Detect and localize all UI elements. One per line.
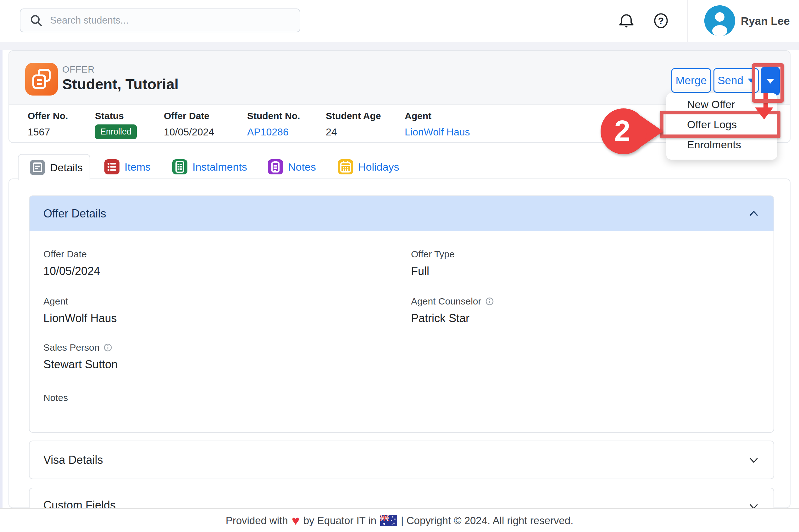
- menu-item-enrolments[interactable]: Enrolments: [687, 137, 741, 152]
- page-title: Student, Tutorial: [62, 75, 179, 93]
- tab-items[interactable]: Items: [105, 154, 151, 180]
- merge-button[interactable]: Merge: [671, 68, 711, 93]
- australia-flag-icon: [380, 515, 397, 526]
- offer-details-title: Offer Details: [43, 207, 106, 220]
- details-content-card: Offer Details Offer Date 10/05/2024 Offe…: [8, 178, 791, 508]
- items-tab-icon: [105, 159, 119, 174]
- heart-icon: ♥: [292, 514, 300, 527]
- tab-holidays[interactable]: Holidays: [338, 154, 399, 180]
- svg-text:?: ?: [658, 15, 664, 26]
- annotation-arrow-head: [755, 108, 773, 119]
- info-offer-date: Offer Date 10/05/2024: [164, 111, 214, 138]
- offer-kicker: OFFER: [62, 64, 95, 75]
- merge-button-label: Merge: [675, 74, 707, 87]
- topbar: ? Ryan Lee: [0, 0, 799, 42]
- notes-tab-icon: [268, 159, 283, 174]
- offer-details-panel: Offer Details Offer Date 10/05/2024 Offe…: [29, 195, 774, 433]
- field-sales-person: Sales Person Stewart Sutton: [43, 342, 117, 371]
- status-badge: Enrolled: [95, 125, 137, 139]
- chevron-down-icon[interactable]: [748, 454, 760, 466]
- search-input[interactable]: [49, 15, 290, 26]
- notes-tab-label: Notes: [288, 161, 316, 173]
- offer-icon: [25, 63, 58, 96]
- instalments-tab-icon: [172, 159, 187, 174]
- info-icon[interactable]: [104, 343, 112, 352]
- field-agent: Agent LionWolf Haus: [43, 296, 117, 325]
- footer: Provided with ♥ by Equator IT in | Copyr…: [0, 508, 799, 532]
- agent-link[interactable]: LionWolf Haus: [405, 126, 470, 138]
- chevron-up-icon[interactable]: [748, 208, 760, 220]
- info-offer-no: Offer No. 1567: [28, 111, 68, 138]
- tab-notes[interactable]: Notes: [268, 154, 316, 180]
- footer-text-1: Provided with: [226, 515, 288, 527]
- search-icon: [29, 14, 43, 27]
- details-tab-icon: [30, 160, 45, 175]
- items-tab-label: Items: [125, 161, 151, 173]
- field-offer-date: Offer Date 10/05/2024: [43, 249, 100, 278]
- field-agent-counselor: Agent Counselor Patrick Star: [411, 296, 494, 325]
- visa-details-panel[interactable]: Visa Details: [29, 440, 774, 479]
- annotation-highlight-more-button: [752, 63, 784, 103]
- menu-item-new-offer[interactable]: New Offer: [687, 97, 735, 112]
- student-no-link[interactable]: AP10286: [247, 126, 300, 138]
- visa-details-title: Visa Details: [43, 453, 103, 467]
- topbar-divider: [687, 0, 688, 42]
- topbar-gap-band: [0, 42, 799, 50]
- offer-details-header[interactable]: Offer Details: [30, 196, 774, 231]
- notifications-bell-icon[interactable]: [617, 11, 636, 30]
- avatar[interactable]: [704, 5, 735, 36]
- info-student-age: Student Age 24: [326, 111, 381, 138]
- field-offer-type: Offer Type Full: [411, 249, 455, 278]
- annotation-step-balloon: 2: [599, 106, 667, 156]
- info-agent: Agent LionWolf Haus: [405, 111, 470, 138]
- info-icon[interactable]: [485, 297, 494, 305]
- send-button-label: Send: [718, 74, 743, 87]
- holidays-tab-icon: [338, 159, 353, 174]
- annotation-step-number: 2: [614, 115, 630, 147]
- search-box[interactable]: [20, 8, 300, 32]
- tab-details[interactable]: Details: [18, 154, 90, 180]
- details-tab-label: Details: [50, 162, 83, 174]
- user-name[interactable]: Ryan Lee: [741, 0, 790, 42]
- agent-detail-link[interactable]: LionWolf Haus: [43, 312, 117, 325]
- footer-text-3: | Copyright © 2024. All right reserved.: [401, 515, 573, 527]
- field-notes: Notes: [43, 393, 68, 408]
- info-student-no: Student No. AP10286: [247, 111, 300, 138]
- instalments-tab-label: Instalments: [192, 161, 247, 173]
- info-status: Status Enrolled: [95, 111, 137, 139]
- footer-text-2: by Equator IT in: [303, 515, 376, 527]
- help-icon[interactable]: ?: [652, 11, 670, 30]
- page-left-edge: [0, 0, 2, 532]
- tab-instalments[interactable]: Instalments: [172, 154, 247, 180]
- holidays-tab-label: Holidays: [358, 161, 399, 173]
